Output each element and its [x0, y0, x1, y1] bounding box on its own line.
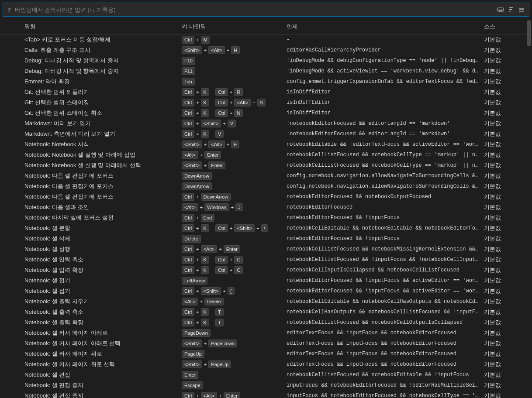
when-condition: notebookCellInputIsCollapsed && notebook… [287, 267, 484, 273]
source-label: 기본값 [484, 371, 532, 379]
keybinding-rows[interactable]: <Tab> 키로 포커스 이동 설정/해제Ctrl+M-기본값Calls: 호출… [0, 34, 532, 398]
keybinding: LeftArrow [182, 277, 287, 285]
table-row[interactable]: Debug: 디버깅 시작 및 항목에서 중지F11!inDebugMode &… [0, 66, 532, 76]
key: K [201, 319, 209, 326]
key: <Shift> [182, 141, 202, 148]
table-row[interactable]: Notebook: 셀 출력 지우기<Alt>+DeletenotebookCe… [0, 296, 532, 307]
table-row[interactable]: Notebook: 셀 커서 페이지 아래로PageDowneditorText… [0, 328, 532, 338]
table-row[interactable]: Notebook: 셀 편집EnternotebookCellListFocus… [0, 370, 532, 380]
key: Enter [204, 151, 221, 159]
search-bar[interactable] [3, 3, 529, 17]
key: Ctrl [182, 130, 194, 138]
key: K [201, 308, 209, 316]
command-label: Notebook: 셀 삭제 [24, 235, 182, 243]
when-condition: notebookCellListFocused && notebookCellT… [287, 152, 484, 158]
source-label: 기본값 [484, 308, 532, 316]
key: K [201, 224, 209, 232]
when-condition: notebookCellEditable && notebookEditable… [287, 225, 484, 231]
key: <Alt> [201, 392, 218, 398]
source-label: 기본값 [484, 256, 532, 264]
when-condition: notebookCellListFocused && notebookMissi… [287, 246, 484, 252]
filter-icon[interactable] [518, 6, 525, 14]
table-row[interactable]: Notebook: 셀 커서 페이지 위로 선택<Shift>+PageUped… [0, 359, 532, 370]
key: Ctrl [182, 308, 194, 316]
when-condition: isInDiffEditor [287, 89, 484, 95]
table-row[interactable]: Notebook: 셀 접기Ctrl+<Shift>+[notebookEdit… [0, 286, 532, 296]
command-label: Notebook: 셀 출력 지우기 [24, 298, 182, 305]
key: <Shift> [201, 287, 221, 295]
table-row[interactable]: Notebook: 셀 분할Ctrl+KCtrl+<Shift>+\notebo… [0, 223, 532, 233]
table-row[interactable]: Notebook: Notebook 셀 실행 및 아래에서 선택<Shift>… [0, 160, 532, 171]
svg-rect-0 [497, 8, 504, 11]
command-label: Notebook: Notebook 셀 실행 및 아래에서 선택 [24, 161, 182, 169]
table-row[interactable]: Notebook: 셀 실행Ctrl+<Alt>+EnternotebookCe… [0, 244, 532, 254]
when-condition: notebookEditorFocused && notebookOutputF… [287, 194, 484, 200]
table-row[interactable]: <Tab> 키로 포커스 이동 설정/해제Ctrl+M-기본값 [0, 34, 532, 45]
keybinding: <Alt>+Delete [182, 298, 287, 305]
key: K [201, 130, 209, 138]
table-row[interactable]: Notebook: 마지막 셀에 포커스 설정Ctrl+EndnotebookE… [0, 213, 532, 223]
keybinding: Ctrl+KT [182, 308, 287, 316]
search-input[interactable] [3, 4, 493, 16]
key: Ctrl [182, 256, 194, 264]
key: <Shift> [182, 340, 202, 347]
key: F11 [182, 67, 195, 75]
table-row[interactable]: Notebook: 셀 출력 축소Ctrl+KTnotebookCellHasO… [0, 307, 532, 317]
command-label: Notebook: 다음 셀 편집기에 포커스 [24, 193, 182, 201]
table-row[interactable]: Notebook: 셀 접기LeftArrownotebookEditorFoc… [0, 275, 532, 286]
key: K [201, 99, 209, 106]
key: R [234, 88, 243, 96]
keybinding: Ctrl+KCtrl+C [182, 256, 287, 264]
keybinding: Ctrl+KV [182, 130, 287, 138]
source-label: 기본값 [484, 287, 532, 295]
table-row[interactable]: Calls: 호출 계층 구조 표시<Shift>+<Alt>+HeditorH… [0, 45, 532, 55]
table-row[interactable]: Notebook: 다음 셀 편집기에 포커스DownArrowconfig.n… [0, 181, 532, 192]
when-condition: editorTextFocus && inputFocus && noteboo… [287, 361, 484, 367]
table-row[interactable]: Notebook: 셀 입력 축소Ctrl+KCtrl+CnotebookCel… [0, 254, 532, 265]
table-row[interactable]: Notebook: Notebook 셀 실행 및 아래에 삽입<Alt>+En… [0, 150, 532, 160]
table-row[interactable]: Notebook: 셀 편집 중지EscapeinputFocus && not… [0, 380, 532, 391]
table-row[interactable]: Notebook: 셀 커서 페이지 위로PageUpeditorTextFoc… [0, 349, 532, 359]
scrollbar[interactable] [527, 20, 531, 46]
table-row[interactable]: Notebook: Notebook 서식<Shift>+<Alt>+Fnote… [0, 139, 532, 150]
source-label: 기본값 [484, 57, 532, 65]
header-command[interactable]: 명령 [24, 23, 182, 31]
key: Ctrl [182, 36, 194, 44]
table-row[interactable]: Notebook: 다음 셀과 조인<Alt>+Windows+Jnoteboo… [0, 202, 532, 213]
table-row[interactable]: Notebook: 셀 편집 중지Ctrl+<Alt>+EnterinputFo… [0, 391, 532, 398]
key: Enter [224, 392, 240, 398]
source-label: 기본값 [484, 392, 532, 398]
table-row[interactable]: Notebook: 셀 입력 확장Ctrl+KCtrl+CnotebookCel… [0, 265, 532, 275]
key: <Alt> [182, 151, 198, 159]
key: Ctrl [182, 214, 194, 222]
key: PageDown [182, 329, 211, 337]
when-condition: editorTextFocus && inputFocus && noteboo… [287, 351, 484, 357]
table-row[interactable]: Git: 선택한 범위 되돌리기Ctrl+KCtrl+RisInDiffEdit… [0, 87, 532, 97]
keybinding: <Alt>+Windows+J [182, 203, 287, 211]
table-row[interactable]: Markdown: 측면에서 미리 보기 열기Ctrl+KV!notebookE… [0, 129, 532, 139]
keybinding: DownArrow [182, 182, 287, 190]
when-condition: editorHasCallHierarchyProvider [287, 47, 484, 53]
table-row[interactable]: Debug: 디버깅 시작 및 항목에서 중지F10!inDebugMode &… [0, 55, 532, 66]
table-row[interactable]: Emmet: 약어 확장Tabconfig.emmet.triggerExpan… [0, 76, 532, 87]
record-keys-icon[interactable] [497, 6, 504, 14]
key: Delete [204, 298, 224, 305]
table-row[interactable]: Notebook: 다음 셀 편집기에 포커스DownArrowconfig.n… [0, 171, 532, 181]
table-row[interactable]: Git: 선택한 범위 스테이징Ctrl+KCtrl+<Alt>+SisInDi… [0, 97, 532, 108]
header-source[interactable]: 소스 [484, 23, 532, 31]
key: Ctrl [215, 256, 228, 264]
table-row[interactable]: Markdown: 미리 보기 열기Ctrl+<Shift>+V!noteboo… [0, 118, 532, 129]
header-when[interactable]: 언제 [287, 23, 484, 31]
command-label: Notebook: 다음 셀 편집기에 포커스 [24, 182, 182, 190]
table-row[interactable]: Notebook: 셀 삭제DeletenotebookEditorFocuse… [0, 233, 532, 244]
table-row[interactable]: Git: 선택한 범위 스테이징 취소Ctrl+KCtrl+NisInDiffE… [0, 108, 532, 118]
sort-icon[interactable] [507, 6, 515, 14]
when-condition: notebookCellHasOutputs && notebookCellLi… [287, 309, 484, 315]
table-row[interactable]: Notebook: 다음 셀 편집기에 포커스Ctrl+DownArrownot… [0, 192, 532, 202]
source-label: 기본값 [484, 235, 532, 243]
table-row[interactable]: Notebook: 셀 커서 페이지 아래로 선택<Shift>+PageDow… [0, 338, 532, 349]
keybinding: PageUp [182, 350, 287, 358]
key: <Alt> [182, 298, 198, 305]
header-binding[interactable]: 키 바인딩 [182, 23, 287, 31]
table-row[interactable]: Notebook: 셀 출력 확장Ctrl+KTnotebookCellList… [0, 317, 532, 328]
